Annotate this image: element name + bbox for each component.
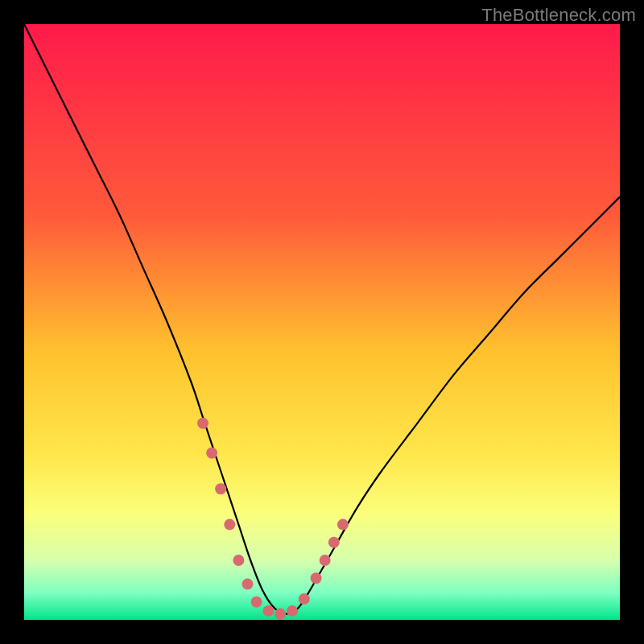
highlight-dot <box>233 555 244 566</box>
highlight-dot <box>215 483 226 494</box>
highlight-dot <box>242 579 254 590</box>
chart-frame <box>24 24 620 620</box>
highlight-dot <box>287 605 298 617</box>
highlight-dot <box>224 519 235 530</box>
highlight-dot <box>251 597 262 608</box>
bottleneck-chart <box>24 24 620 620</box>
highlight-dot <box>299 593 310 605</box>
chart-background <box>24 24 620 620</box>
highlight-dot <box>197 418 208 429</box>
highlight-dot <box>275 609 286 620</box>
highlight-dot <box>262 605 274 617</box>
highlight-dot <box>311 572 322 584</box>
highlight-dot <box>320 555 331 566</box>
highlight-dot <box>337 519 349 530</box>
highlight-dot <box>206 448 217 459</box>
highlight-dot <box>328 537 340 548</box>
watermark-text: TheBottleneck.com <box>481 5 636 26</box>
